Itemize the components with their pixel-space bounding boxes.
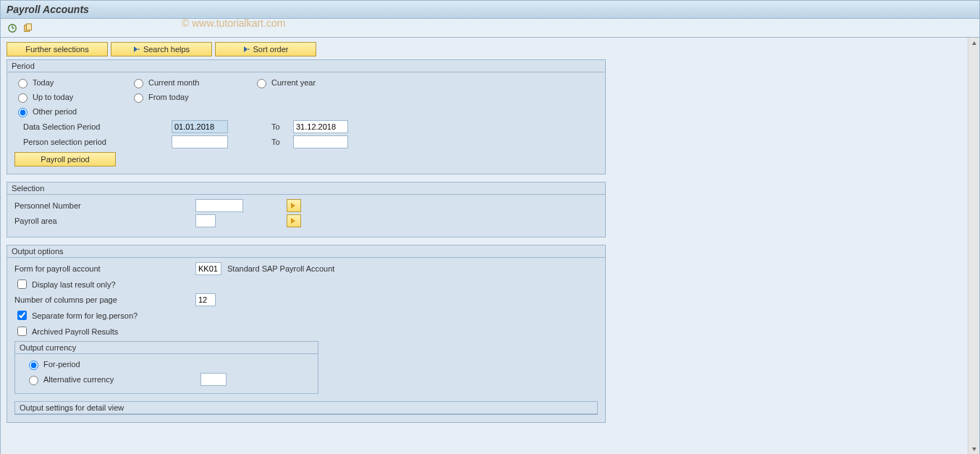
sep-form-row: Separate form for leg.person? <box>14 308 598 322</box>
form-description: Standard SAP Payroll Account <box>227 264 334 273</box>
search-helps-button[interactable]: Search helps <box>111 42 212 56</box>
output-options-group: Output options Form for payroll account … <box>7 245 606 423</box>
variant-icon[interactable] <box>22 22 34 34</box>
alt-currency-input[interactable] <box>200 373 227 386</box>
person-selection-row: Person selection period To <box>23 135 598 148</box>
output-currency-group: Output currency For-period Alternative c… <box>14 341 318 394</box>
output-detail-group: Output settings for detail view <box>14 401 598 415</box>
archived-checkbox[interactable] <box>17 327 27 336</box>
person-selection-label: Person selection period <box>23 138 172 146</box>
data-selection-row: Data Selection Period To <box>23 120 598 133</box>
payroll-area-label: Payroll area <box>14 217 195 225</box>
further-selections-button[interactable]: Further selections <box>7 42 108 56</box>
form-row: Form for payroll account Standard SAP Pa… <box>14 262 598 275</box>
period-legend: Period <box>7 60 605 72</box>
sort-order-button[interactable]: Sort order <box>215 42 316 56</box>
selection-button-row: Further selections Search helps Sort ord… <box>7 42 973 56</box>
personnel-number-multiple-button[interactable] <box>287 199 301 212</box>
display-last-label: Display last result only? <box>32 280 116 289</box>
cols-row: Number of columns per page <box>14 293 598 306</box>
person-selection-to-input[interactable] <box>293 135 348 148</box>
radio-other-period[interactable]: Other period <box>14 106 130 117</box>
display-last-checkbox[interactable] <box>17 279 27 289</box>
data-selection-to-input[interactable] <box>293 120 348 133</box>
vertical-scrollbar[interactable] <box>968 38 979 454</box>
output-currency-legend: Output currency <box>15 342 318 354</box>
page-title: Payroll Accounts <box>7 4 89 15</box>
radio-alt-currency[interactable]: Alternative currency <box>25 374 114 385</box>
form-label: Form for payroll account <box>14 264 195 273</box>
arrow-right-icon <box>133 46 140 53</box>
radio-today[interactable]: Today <box>14 77 130 88</box>
payroll-area-row: Payroll area <box>14 214 598 227</box>
further-selections-label: Further selections <box>25 45 88 54</box>
data-selection-from-input[interactable] <box>172 120 228 133</box>
output-detail-legend: Output settings for detail view <box>15 402 597 414</box>
arrow-right-icon <box>290 217 297 224</box>
payroll-area-input[interactable] <box>195 214 216 227</box>
period-group: Period Today Current month Current year … <box>7 59 606 175</box>
content-wrap: Further selections Search helps Sort ord… <box>0 38 980 454</box>
content-area: Further selections Search helps Sort ord… <box>1 38 979 454</box>
radio-current-year[interactable]: Current year <box>253 77 376 88</box>
selection-legend: Selection <box>7 182 605 195</box>
output-options-legend: Output options <box>7 245 605 258</box>
display-last-row: Display last result only? <box>14 277 598 291</box>
cols-label: Number of columns per page <box>14 295 195 304</box>
scroll-up-icon[interactable] <box>968 38 979 49</box>
sep-form-label: Separate form for leg.person? <box>32 311 138 320</box>
title-bar: Payroll Accounts <box>0 0 980 19</box>
form-input[interactable] <box>195 262 221 275</box>
radio-for-period[interactable]: For-period <box>25 358 80 370</box>
data-selection-label: Data Selection Period <box>23 122 172 131</box>
person-selection-from-input[interactable] <box>172 135 228 148</box>
radio-current-month[interactable]: Current month <box>130 77 253 88</box>
radio-up-to-today[interactable]: Up to today <box>14 91 130 103</box>
to-label: To <box>271 122 293 131</box>
radio-from-today[interactable]: From today <box>130 91 253 103</box>
selection-group: Selection Personnel Number Payroll area <box>7 182 606 237</box>
personnel-number-label: Personnel Number <box>14 201 195 210</box>
svg-rect-4 <box>26 23 31 30</box>
execute-icon[interactable] <box>7 22 18 34</box>
to-label: To <box>271 138 293 146</box>
personnel-number-row: Personnel Number <box>14 199 598 212</box>
watermark-text: © www.tutorialkart.com <box>182 17 285 29</box>
payroll-period-button[interactable]: Payroll period <box>14 152 116 167</box>
archived-label: Archived Payroll Results <box>32 327 118 336</box>
payroll-period-label: Payroll period <box>41 155 89 164</box>
personnel-number-input[interactable] <box>195 199 243 212</box>
archived-row: Archived Payroll Results <box>14 324 598 338</box>
arrow-right-icon <box>243 46 250 53</box>
arrow-right-icon <box>290 202 297 209</box>
scroll-down-icon[interactable] <box>968 443 979 454</box>
sort-order-label: Sort order <box>253 45 289 54</box>
app-toolbar: © www.tutorialkart.com <box>0 19 980 38</box>
payroll-area-multiple-button[interactable] <box>287 214 301 227</box>
sep-form-checkbox[interactable] <box>17 311 27 320</box>
cols-input[interactable] <box>195 293 216 306</box>
search-helps-label: Search helps <box>143 45 190 54</box>
